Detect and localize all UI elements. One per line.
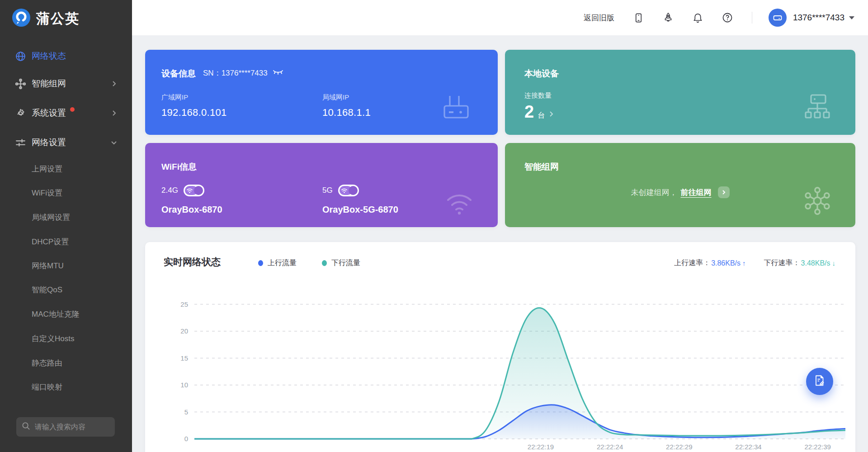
lan-ip-label: 局域网IP xyxy=(322,93,349,102)
chevron-right-icon xyxy=(111,81,117,87)
sidebar-subitem-wifi[interactable]: WiFi设置 xyxy=(0,184,132,202)
diagnose-fab-button[interactable] xyxy=(806,368,833,395)
search-icon xyxy=(22,422,30,432)
sidebar-item-label: 网络设置 xyxy=(32,137,66,148)
wifi-icon xyxy=(444,190,474,217)
chevron-right-icon xyxy=(111,110,117,116)
sidebar-subitem-qos[interactable]: 智能QoS xyxy=(0,281,132,299)
sidebar-subitem-port-mapping[interactable]: 端口映射 xyxy=(0,378,132,396)
sidebar-subitem-internet[interactable]: 上网设置 xyxy=(0,160,132,178)
device-info-title: 设备信息 xyxy=(161,68,196,80)
router-icon xyxy=(441,94,472,123)
chevron-right-icon xyxy=(548,110,554,119)
mesh-status-text: 未创建组网， xyxy=(631,187,677,198)
wifi-24g-label: 2.4G xyxy=(161,186,178,195)
avatar xyxy=(769,9,787,27)
sidebar-item-network-settings[interactable]: 网络设置 xyxy=(0,133,132,152)
mobile-app-icon[interactable] xyxy=(633,13,644,23)
lan-ip-value: 10.168.1.1 xyxy=(322,107,371,119)
svg-text:15: 15 xyxy=(180,354,188,362)
account-name: 1376****7433 xyxy=(793,13,844,23)
local-devices-title: 本地设备 xyxy=(524,68,559,80)
svg-text:20: 20 xyxy=(180,327,188,335)
rocket-icon[interactable] xyxy=(663,12,674,23)
svg-text:22:22:39: 22:22:39 xyxy=(805,443,831,451)
document-edit-icon xyxy=(813,374,826,389)
wifi-info-card: WiFi信息 2.4G OrayBox-6870 5G OrayBox-5G-6… xyxy=(145,143,498,227)
connection-count-label: 连接数量 xyxy=(524,91,552,100)
traffic-chart: 051015202522:22:1922:22:2422:22:2922:22:… xyxy=(145,242,855,452)
device-sn: SN：1376****7433 xyxy=(203,68,284,78)
eye-off-icon[interactable] xyxy=(272,68,284,78)
sidebar-subitem-mac-clone[interactable]: MAC地址克隆 xyxy=(0,305,132,323)
svg-text:5: 5 xyxy=(184,408,188,416)
bell-icon[interactable] xyxy=(693,13,703,23)
svg-text:10: 10 xyxy=(180,381,188,389)
svg-text:22:22:29: 22:22:29 xyxy=(666,443,692,451)
wifi-24g-ssid: OrayBox-6870 xyxy=(161,205,222,215)
chevron-down-icon xyxy=(111,139,117,146)
sidebar-search[interactable] xyxy=(16,417,115,437)
smart-networking-title: 智能组网 xyxy=(524,161,559,173)
svg-text:22:22:34: 22:22:34 xyxy=(735,443,761,451)
wan-ip-value: 192.168.0.101 xyxy=(161,107,227,119)
wifi-info-title: WiFi信息 xyxy=(161,161,197,173)
svg-text:22:22:19: 22:22:19 xyxy=(528,443,554,451)
topology-icon xyxy=(803,93,832,122)
notification-dot xyxy=(70,107,75,112)
sidebar-subitem-dhcp[interactable]: DHCP设置 xyxy=(0,233,132,251)
wifi-5g-toggle[interactable] xyxy=(338,185,359,196)
sidebar-item-label: 系统设置 xyxy=(32,107,66,119)
sidebar-item-smart-networking[interactable]: 智能组网 xyxy=(0,74,132,94)
wifi-24g-row: 2.4G xyxy=(161,185,204,196)
svg-text:22:22:24: 22:22:24 xyxy=(597,443,623,451)
brand-name: 蒲公英 xyxy=(36,10,80,28)
sliders-icon xyxy=(14,137,26,148)
mesh-network-icon xyxy=(801,185,834,219)
back-to-old-version-link[interactable]: 返回旧版 xyxy=(584,13,614,23)
sidebar-subitem-mtu[interactable]: 网络MTU xyxy=(0,257,132,275)
svg-text:25: 25 xyxy=(180,300,188,308)
go-to-networking-link[interactable]: 前往组网 xyxy=(681,187,712,198)
header-divider xyxy=(752,12,752,24)
brand-logo-icon xyxy=(12,8,31,29)
local-devices-card: 本地设备 连接数量 2 台 xyxy=(505,50,855,135)
sidebar-subitem-lan[interactable]: 局域网设置 xyxy=(0,208,132,226)
sidebar-item-label: 网络状态 xyxy=(32,50,66,62)
globe-icon xyxy=(14,50,26,62)
smart-networking-card: 智能组网 未创建组网， 前往组网 xyxy=(505,143,855,227)
sidebar-item-system-settings[interactable]: 系统设置 xyxy=(0,103,132,123)
wifi-5g-label: 5G xyxy=(322,186,333,195)
sidebar-subitem-static-route[interactable]: 静态路由 xyxy=(0,354,132,372)
connection-count-value: 2 xyxy=(524,102,534,122)
gear-icon xyxy=(14,107,26,119)
realtime-traffic-card: 实时网络状态 上行流量 下行流量 上行速率： 3.86KB/s ↑ 下行速率： … xyxy=(145,242,855,452)
svg-text:0: 0 xyxy=(184,435,188,442)
wifi-5g-ssid: OrayBox-5G-6870 xyxy=(322,205,398,215)
device-info-card: 设备信息 SN：1376****7433 广域网IP 192.168.0.101… xyxy=(145,50,498,135)
help-icon[interactable] xyxy=(722,12,733,23)
sidebar: 蒲公英 网络状态 智能组网 xyxy=(0,0,132,452)
caret-down-icon xyxy=(849,16,854,19)
wan-ip-label: 广域网IP xyxy=(161,93,188,102)
sidebar-subitem-hosts[interactable]: 自定义Hosts xyxy=(0,329,132,347)
account-menu[interactable]: 1376****7433 xyxy=(769,9,854,27)
topbar: 返回旧版 xyxy=(132,0,868,35)
wifi-5g-row: 5G xyxy=(322,185,359,196)
search-input[interactable] xyxy=(35,423,107,431)
go-to-networking-button[interactable] xyxy=(718,186,730,198)
brand: 蒲公英 xyxy=(12,8,80,29)
connection-count-link[interactable]: 2 台 xyxy=(524,102,554,122)
wifi-24g-toggle[interactable] xyxy=(184,185,204,196)
nodes-icon xyxy=(14,78,26,90)
sidebar-item-label: 智能组网 xyxy=(32,78,66,90)
sidebar-item-network-status[interactable]: 网络状态 xyxy=(0,46,132,66)
